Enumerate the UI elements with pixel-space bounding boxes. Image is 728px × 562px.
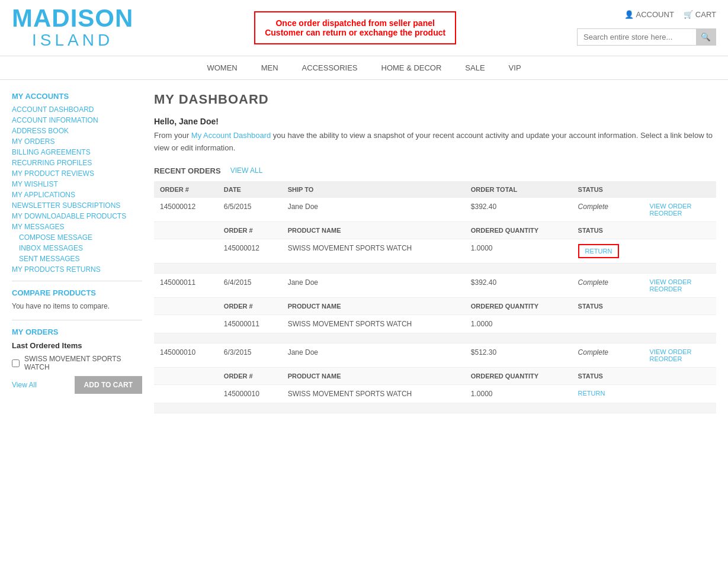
order-num: 145000012 <box>154 198 218 222</box>
sub-th-status: STATUS <box>572 297 644 314</box>
search-input[interactable] <box>578 29 696 45</box>
sidebar-divider-2 <box>12 320 142 320</box>
logo-island: ISLAND <box>12 31 133 50</box>
sub-qty: 1.0000 <box>465 384 572 403</box>
reorder-link[interactable]: REORDER <box>650 355 710 362</box>
sidebar-item-sent-messages[interactable]: SENT MESSAGES <box>12 255 142 263</box>
view-order-link[interactable]: VIEW ORDER <box>650 278 710 285</box>
order-date: 6/4/2015 <box>218 273 282 297</box>
sub-product-name: SWISS MOVEMENT SPORTS WATCH <box>282 314 465 333</box>
sidebar-divider-1 <box>12 281 142 281</box>
nav-vip[interactable]: VIP <box>509 63 521 72</box>
return-button[interactable]: RETURN <box>578 244 620 258</box>
recent-orders-header: RECENT ORDERS VIEW ALL <box>154 166 716 175</box>
reorder-link[interactable]: REORDER <box>650 210 710 217</box>
th-status: STATUS <box>572 181 644 198</box>
compare-text: You have no items to compare. <box>12 302 142 310</box>
order-ship-to: Jane Doe <box>282 343 465 367</box>
sidebar-item-recurring-profiles[interactable]: RECURRING PROFILES <box>12 159 142 167</box>
account-link[interactable]: 👤 ACCOUNT <box>624 10 674 19</box>
logo[interactable]: MADISON ISLAND <box>12 6 133 50</box>
th-order-total: ORDER TOTAL <box>465 181 572 198</box>
sidebar-item-billing-agreements[interactable]: BILLING AGREEMENTS <box>12 148 142 156</box>
sidebar-item-applications[interactable]: MY APPLICATIONS <box>12 191 142 199</box>
sidebar-item-messages[interactable]: MY MESSAGES <box>12 223 142 231</box>
last-ordered-item: SWISS MOVEMENT SPORTS WATCH <box>12 355 142 371</box>
sub-th-order-num: ORDER # <box>218 221 282 239</box>
sub-th-action <box>644 297 716 314</box>
order-status: Complete <box>572 343 644 367</box>
sub-action-empty <box>644 314 716 333</box>
account-icon: 👤 <box>624 10 634 19</box>
sub-empty <box>154 314 218 333</box>
view-all-link[interactable]: View All <box>12 381 37 389</box>
sub-product-name: SWISS MOVEMENT SPORTS WATCH <box>282 384 465 403</box>
sub-th-product-name: PRODUCT NAME <box>282 367 465 384</box>
sub-header-row: ORDER # PRODUCT NAME ORDERED QUANTITY ST… <box>154 221 716 239</box>
search-button[interactable]: 🔍 <box>696 29 716 45</box>
table-row: 145000012 6/5/2015 Jane Doe $392.40 Comp… <box>154 198 716 222</box>
sidebar-item-compose-message[interactable]: COMPOSE MESSAGE <box>12 233 142 242</box>
my-accounts-title: MY ACCOUNTS <box>12 92 142 101</box>
reorder-link[interactable]: REORDER <box>650 285 710 293</box>
sidebar-item-account-dashboard[interactable]: ACCOUNT DASHBOARD <box>12 105 142 114</box>
order-date: 6/5/2015 <box>218 198 282 222</box>
th-order-num: ORDER # <box>154 181 218 198</box>
sidebar-item-address-book[interactable]: ADDRESS BOOK <box>12 127 142 135</box>
compare-title: COMPARE PRODUCTS <box>12 288 142 297</box>
sub-th-qty: ORDERED QUANTITY <box>465 221 572 239</box>
sidebar-item-newsletter[interactable]: NEWSLETTER SUBSCRIPTIONS <box>12 201 142 210</box>
order-total: $392.40 <box>465 273 572 297</box>
view-order-link[interactable]: VIEW ORDER <box>650 203 710 210</box>
nav-women[interactable]: WOMEN <box>207 63 237 72</box>
order-date: 6/3/2015 <box>218 343 282 367</box>
header-top-links: 👤 ACCOUNT 🛒 CART <box>624 10 716 19</box>
orders-body: 145000012 6/5/2015 Jane Doe $392.40 Comp… <box>154 198 716 413</box>
return-link[interactable]: RETURN <box>578 390 638 397</box>
sidebar-item-downloadable[interactable]: MY DOWNLOADABLE PRODUCTS <box>12 212 142 220</box>
sub-th-status: STATUS <box>572 221 644 239</box>
sub-status <box>572 314 644 333</box>
sidebar-item-account-information[interactable]: ACCOUNT INFORMATION <box>12 116 142 124</box>
notice-line2: Customer can return or exchange the prod… <box>265 28 445 37</box>
order-total: $392.40 <box>465 198 572 222</box>
cart-label: CART <box>695 10 716 19</box>
cart-link[interactable]: 🛒 CART <box>684 10 716 19</box>
sidebar: MY ACCOUNTS ACCOUNT DASHBOARD ACCOUNT IN… <box>12 92 142 413</box>
sub-action-empty <box>644 239 716 263</box>
sub-empty <box>154 239 218 263</box>
my-account-link[interactable]: My Account Dashboard <box>191 131 271 140</box>
sub-order-num: 145000012 <box>218 239 282 263</box>
nav-accessories[interactable]: ACCESSORIES <box>302 63 358 72</box>
recent-orders-label: RECENT ORDERS <box>154 166 221 175</box>
sub-th-order-num: ORDER # <box>218 367 282 384</box>
sidebar-item-products-returns[interactable]: MY PRODUCTS RETURNS <box>12 265 142 274</box>
add-to-cart-button[interactable]: ADD TO CART <box>75 376 142 394</box>
table-header-row: ORDER # DATE SHIP TO ORDER TOTAL STATUS <box>154 181 716 198</box>
sidebar-item-my-orders[interactable]: MY ORDERS <box>12 137 142 146</box>
order-num: 145000011 <box>154 273 218 297</box>
nav-men[interactable]: MEN <box>261 63 278 72</box>
orders-table: ORDER # DATE SHIP TO ORDER TOTAL STATUS … <box>154 181 716 413</box>
order-status: Complete <box>572 273 644 297</box>
last-ordered-product: SWISS MOVEMENT SPORTS WATCH <box>24 355 142 371</box>
greeting: Hello, Jane Doe! <box>154 117 716 126</box>
last-ordered-checkbox[interactable] <box>12 359 20 367</box>
sidebar-item-product-reviews[interactable]: MY PRODUCT REVIEWS <box>12 169 142 178</box>
view-order-link[interactable]: VIEW ORDER <box>650 348 710 355</box>
view-all-orders-link[interactable]: VIEW ALL <box>230 166 263 175</box>
sub-status: RETURN <box>572 384 644 403</box>
sub-table-row: 145000011 SWISS MOVEMENT SPORTS WATCH 1.… <box>154 314 716 333</box>
last-ordered-title: Last Ordered Items <box>12 341 142 350</box>
sub-order-num: 145000011 <box>218 314 282 333</box>
header-notice: Once order dispatched from seller panel … <box>133 11 577 44</box>
sidebar-item-wishlist[interactable]: MY WISHLIST <box>12 180 142 188</box>
sub-action-empty <box>644 384 716 403</box>
sub-table-row: 145000010 SWISS MOVEMENT SPORTS WATCH 1.… <box>154 384 716 403</box>
nav-home-decor[interactable]: HOME & DECOR <box>381 63 442 72</box>
nav-sale[interactable]: SALE <box>465 63 485 72</box>
compare-section: COMPARE PRODUCTS You have no items to co… <box>12 288 142 310</box>
sidebar-item-inbox-messages[interactable]: INBOX MESSAGES <box>12 244 142 252</box>
sub-th-qty: ORDERED QUANTITY <box>465 297 572 314</box>
sub-qty: 1.0000 <box>465 314 572 333</box>
